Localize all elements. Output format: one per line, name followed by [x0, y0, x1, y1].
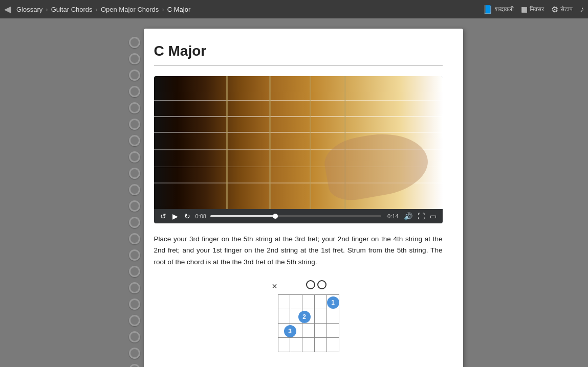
spiral-ring — [129, 70, 140, 81]
finger-2-dot: 2 — [298, 311, 311, 323]
table-cell — [302, 337, 315, 352]
notebook-container: C Major — [125, 29, 463, 367]
note-icon: ♪ — [580, 5, 584, 14]
rewind-button[interactable]: ↺ — [159, 212, 167, 220]
spiral-ring — [129, 331, 140, 342]
breadcrumb-open-major[interactable]: Open Major Chords — [99, 5, 161, 14]
table-cell — [326, 309, 339, 323]
volume-button[interactable]: 🔊 — [403, 212, 413, 220]
spiral-ring — [129, 364, 140, 367]
string-2-symbol — [316, 280, 328, 291]
progress-fill — [210, 215, 275, 217]
spiral-ring — [129, 249, 140, 261]
open-circle-1 — [306, 280, 315, 289]
breadcrumb-sep-1: › — [46, 6, 48, 13]
mixer-bars: ▦ — [521, 5, 528, 13]
spiral-binding — [125, 29, 144, 367]
finger-1-dot: 1 — [327, 296, 339, 309]
captions-button[interactable]: ▭ — [429, 212, 438, 220]
vocabulary-emoji: 📘 — [483, 5, 493, 14]
chord-diagram: × — [154, 280, 443, 352]
vocabulary-label: शब्दावली — [495, 6, 514, 13]
spiral-ring — [129, 53, 140, 64]
video-placeholder — [154, 76, 443, 209]
table-cell — [290, 294, 302, 309]
mixer-label: मिक्सर — [530, 6, 544, 13]
fast-forward-button[interactable]: ↻ — [183, 212, 191, 220]
string-6-symbol: × — [268, 282, 282, 291]
chord-symbols-row: × — [268, 280, 339, 291]
spiral-ring — [129, 119, 140, 130]
table-cell — [326, 337, 339, 352]
table-cell — [302, 294, 315, 309]
spiral-ring — [129, 233, 140, 244]
x-marker: × — [268, 282, 282, 291]
nav-back-button[interactable]: ◀ — [4, 4, 11, 15]
spiral-ring — [129, 348, 140, 359]
table-cell — [326, 323, 339, 337]
spiral-ring — [129, 217, 140, 228]
main-area: C Major — [0, 18, 588, 367]
breadcrumb-sep-2: › — [96, 6, 98, 13]
nav-bar: ◀ Glossary › Guitar Chords › Open Major … — [0, 0, 588, 18]
back-icon: ◀ — [4, 4, 11, 15]
video-container: ↺ ▶ ↻ 0:08 -0:14 🔊 ⛶ ▭ — [154, 76, 443, 223]
spiral-ring — [129, 102, 140, 113]
finger-3-dot: 3 — [284, 325, 296, 337]
breadcrumb-guitar-chords[interactable]: Guitar Chords — [49, 5, 95, 14]
spiral-ring — [129, 151, 140, 163]
spiral-ring — [129, 86, 140, 97]
spiral-ring — [129, 266, 140, 277]
table-cell — [302, 323, 315, 337]
progress-thumb — [273, 214, 278, 219]
table-cell — [278, 337, 290, 352]
breadcrumb-glossary[interactable]: Glossary — [14, 5, 45, 14]
current-time: 0:08 — [195, 213, 206, 219]
spiral-ring — [129, 37, 140, 48]
remaining-time: -0:14 — [385, 213, 398, 219]
spiral-ring — [129, 282, 140, 293]
mixer-icon[interactable]: ▦ मिक्सर — [521, 5, 544, 13]
settings-label: सेटाप — [560, 6, 573, 13]
fullscreen-button[interactable]: ⛶ — [417, 212, 426, 220]
nav-right-icons: 📘 शब्दावली ▦ मिक्सर ⚙ सेटाप ♪ — [483, 5, 584, 14]
table-cell — [314, 337, 326, 352]
video-controls: ↺ ▶ ↻ 0:08 -0:14 🔊 ⛶ ▭ — [154, 209, 443, 223]
string-3-symbol — [304, 280, 316, 291]
table-cell — [314, 323, 326, 337]
progress-bar[interactable] — [210, 215, 382, 217]
table-cell — [314, 294, 326, 309]
table-cell — [278, 294, 290, 309]
spiral-ring — [129, 200, 140, 212]
spiral-ring — [129, 184, 140, 195]
chord-inner: × — [257, 280, 339, 352]
spiral-ring — [129, 315, 140, 326]
spiral-ring — [129, 168, 140, 179]
breadcrumb-c-major[interactable]: C Major — [165, 5, 193, 14]
table-cell — [278, 309, 290, 323]
page-title: C Major — [154, 43, 443, 59]
spiral-ring — [129, 135, 140, 146]
breadcrumb: Glossary › Guitar Chords › Open Major Ch… — [14, 5, 483, 14]
vocabulary-icon[interactable]: 📘 शब्दावली — [483, 5, 514, 14]
music-icon[interactable]: ♪ — [580, 5, 584, 14]
chord-grid-wrapper: 1 2 3 — [268, 294, 339, 352]
chord-description: Place your 3rd finger on the 5th string … — [154, 234, 443, 268]
play-button[interactable]: ▶ — [171, 212, 179, 220]
spiral-ring — [129, 299, 140, 310]
settings-icon[interactable]: ⚙ सेटाप — [551, 5, 573, 14]
table-cell — [290, 337, 302, 352]
table-cell — [314, 309, 326, 323]
breadcrumb-sep-3: › — [162, 6, 164, 13]
page-divider — [154, 65, 443, 66]
gear-icon: ⚙ — [551, 5, 558, 14]
page-content: C Major — [144, 29, 463, 367]
open-circle-2 — [317, 280, 326, 289]
video-right-controls: 🔊 ⛶ ▭ — [403, 212, 438, 220]
table-row — [278, 337, 339, 352]
